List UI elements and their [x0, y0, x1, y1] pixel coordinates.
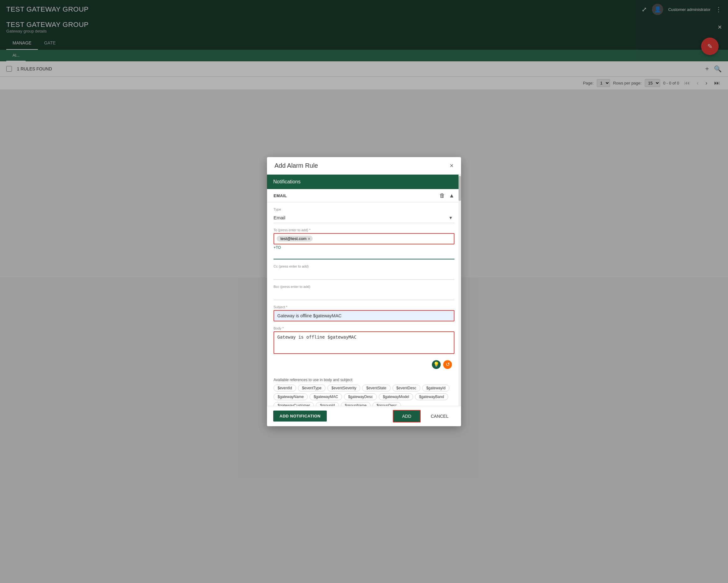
remove-email-tag-btn[interactable]: × — [308, 237, 310, 241]
add-notification-btn[interactable]: ADD NOTIFICATION — [273, 410, 327, 422]
add-alarm-rule-dialog: Add Alarm Rule × Notifications EMAIL 🗑 ▲ — [267, 157, 461, 426]
body-field: Body * Gateway is offline $gatewayMAC — [274, 326, 454, 354]
email-tag: test@test.com × — [277, 236, 313, 242]
references-row-3: $gatewayCustomer $groupId $groupName $gr… — [274, 402, 454, 406]
subject-label: Subject * — [274, 305, 454, 309]
type-select-wrapper: Email SMS Webhook — [274, 212, 454, 223]
cc-field: Cc (press enter to add) — [274, 264, 454, 280]
notifications-header: Notifications — [267, 175, 461, 189]
type-select[interactable]: Email SMS Webhook — [274, 212, 454, 223]
ref-tag-eventSeverity[interactable]: $eventSeverity — [328, 385, 360, 392]
email-form: Type Email SMS Webhook To (press enter t… — [267, 203, 461, 375]
references-row-2: $gatewayName $gatewayMAC $gatewayDesc $g… — [274, 393, 454, 400]
dialog-close-btn[interactable]: × — [450, 162, 453, 169]
scrollbar-track — [459, 175, 461, 406]
email-label: EMAIL — [274, 193, 287, 198]
to-add-link[interactable]: +TO — [274, 245, 281, 250]
email-section-header: EMAIL 🗑 ▲ — [267, 189, 461, 203]
bcc-input[interactable] — [274, 290, 454, 300]
notifications-title: Notifications — [273, 179, 301, 184]
body-toolbar: 💡 ↺ — [274, 359, 454, 370]
body-textarea[interactable]: Gateway is offline $gatewayMAC — [274, 332, 454, 352]
body-tool-refresh-btn[interactable]: ↺ — [443, 360, 452, 369]
email-tag-value: test@test.com — [281, 236, 306, 241]
bcc-field: Bcc (press enter to add) — [274, 285, 454, 300]
add-btn[interactable]: ADD — [393, 410, 421, 422]
ref-tag-groupId[interactable]: $groupId — [316, 402, 339, 406]
cc-input[interactable] — [274, 269, 454, 280]
ref-tag-eventType[interactable]: $eventType — [298, 385, 326, 392]
ref-tag-gatewayModel[interactable]: $gatewayModel — [379, 393, 413, 400]
ref-tag-gatewayName[interactable]: $gatewayName — [274, 393, 308, 400]
email-actions: 🗑 ▲ — [439, 192, 454, 199]
to-input[interactable] — [274, 251, 454, 259]
tool-refresh-icon: ↺ — [446, 362, 450, 367]
dialog-footer: ADD NOTIFICATION ADD CANCEL — [267, 406, 461, 426]
dialog-title: Add Alarm Rule — [275, 162, 318, 169]
type-label: Type — [274, 208, 454, 211]
ref-tag-groupName[interactable]: $groupName — [341, 402, 370, 406]
ref-tag-eventDesc[interactable]: $eventDesc — [392, 385, 420, 392]
ref-tag-gatewayBand[interactable]: $gatewayBand — [415, 393, 448, 400]
ref-tag-gatewayDesc[interactable]: $gatewayDesc — [344, 393, 377, 400]
ref-tag-groupDesc[interactable]: $groupDesc — [372, 402, 401, 406]
ref-tag-gatewayMAC[interactable]: $gatewayMAC — [310, 393, 342, 400]
delete-email-btn[interactable]: 🗑 — [439, 192, 445, 199]
subject-input[interactable] — [274, 311, 454, 321]
ref-tag-eventState[interactable]: $eventState — [362, 385, 390, 392]
cancel-btn[interactable]: CANCEL — [424, 410, 455, 422]
references-row-1: $eventId $eventType $eventSeverity $even… — [274, 385, 454, 392]
bcc-label: Bcc (press enter to add) — [274, 285, 454, 289]
body-label: Body * — [274, 326, 454, 330]
subject-field: Subject * — [274, 305, 454, 321]
body-wrapper: Gateway is offline $gatewayMAC — [274, 332, 454, 354]
footer-right: ADD CANCEL — [393, 410, 455, 422]
scrollbar-thumb[interactable] — [459, 176, 461, 201]
references-section: Available references to use in body and … — [267, 375, 461, 406]
email-section: EMAIL 🗑 ▲ Type Email SMS Webhook — [267, 189, 461, 406]
dialog-body[interactable]: Notifications EMAIL 🗑 ▲ Type Email — [267, 175, 461, 406]
to-label: To (press enter to add) * — [274, 228, 454, 232]
ref-tag-gatewayId[interactable]: $gatewayId — [422, 385, 449, 392]
to-field-wrapper: test@test.com × — [274, 233, 454, 244]
type-field: Type Email SMS Webhook — [274, 208, 454, 223]
cc-label: Cc (press enter to add) — [274, 264, 454, 268]
references-title: Available references to use in body and … — [274, 378, 454, 382]
to-field: To (press enter to add) * test@test.com … — [274, 228, 454, 259]
subject-wrapper — [274, 310, 454, 321]
collapse-email-btn[interactable]: ▲ — [449, 192, 454, 199]
dialog-header: Add Alarm Rule × — [267, 157, 461, 175]
tool-light-icon: 💡 — [433, 362, 439, 367]
ref-tag-gatewayCustomer[interactable]: $gatewayCustomer — [274, 402, 314, 406]
ref-tag-eventId[interactable]: $eventId — [274, 385, 296, 392]
body-tool-light-btn[interactable]: 💡 — [432, 360, 441, 369]
